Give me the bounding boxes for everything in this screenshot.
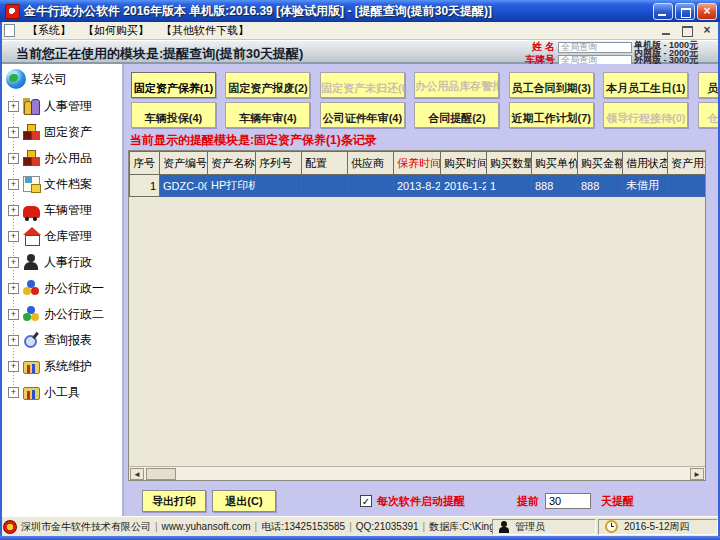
- cell-purchase-date: 2016-1-23: [441, 175, 487, 197]
- current-module-text: 当前您正在使用的模块是:提醒查询(提前30天提醒): [16, 45, 303, 63]
- website: www.yuhansoft.com: [162, 521, 251, 532]
- sidebar-item-label: 查询报表: [44, 332, 92, 349]
- reminder-company-cert-review-button[interactable]: 公司证件年审(4): [320, 102, 405, 128]
- sidebar-item-label: 办公行政二: [44, 306, 104, 323]
- reminder-contract-reminder-button[interactable]: 合同提醒(2): [414, 102, 499, 128]
- menu-how-to-buy[interactable]: 【如何购买】: [77, 22, 155, 39]
- reminder-vehicle-insurance-button[interactable]: 车辆投保(4): [131, 102, 216, 128]
- close-button[interactable]: ×: [697, 3, 717, 20]
- expand-icon[interactable]: +: [8, 179, 19, 190]
- name-search-input[interactable]: [558, 42, 632, 53]
- cell-config: [302, 175, 348, 197]
- col-unit-price[interactable]: 购买单价: [532, 152, 578, 175]
- expand-icon[interactable]: +: [8, 387, 19, 398]
- scroll-right-icon[interactable]: ►: [690, 468, 704, 480]
- col-supplier[interactable]: 供应商: [348, 152, 394, 175]
- mdi-minimize-button[interactable]: [660, 24, 674, 37]
- col-asset-no[interactable]: 资产编号: [160, 152, 208, 175]
- qq-number: QQ:21035391: [356, 521, 419, 532]
- sidebar-item-label: 办公用品: [44, 150, 92, 167]
- name-search-label: 姓 名: [517, 40, 555, 54]
- sidebar-item-hr[interactable]: + 人事管理: [8, 93, 122, 119]
- sidebar-item-small-tools[interactable]: + 小工具: [8, 379, 122, 405]
- advance-days-input[interactable]: [545, 493, 591, 509]
- menu-bar: 【系统】 【如何购买】 【其他软件下载】 ×: [0, 22, 720, 40]
- col-asset-usage[interactable]: 资产用途: [668, 152, 706, 175]
- globe-icon: [6, 69, 26, 89]
- status-bar: 深圳市金牛软件技术有限公司 | www.yuhansoft.com | 电话:1…: [0, 516, 720, 536]
- export-print-button[interactable]: 导出打印: [142, 490, 206, 512]
- col-purchase-date[interactable]: 购买时间: [441, 152, 487, 175]
- people-icon: [23, 98, 40, 114]
- reminder-birthday-button[interactable]: 本月员工生日(1): [603, 72, 688, 98]
- sidebar-item-office-admin-2[interactable]: + 办公行政二: [8, 301, 122, 327]
- document-icon: [23, 176, 40, 192]
- table-row[interactable]: 1 GDZC-00276 HP打印机 2013-8-2 2016-1-23 1 …: [130, 175, 706, 197]
- expand-icon[interactable]: +: [8, 361, 19, 372]
- current-date: 2016-5-12周四: [624, 520, 690, 534]
- minimize-button[interactable]: [653, 3, 673, 20]
- sidebar-item-label: 小工具: [44, 384, 80, 401]
- cubes-icon: [23, 124, 40, 140]
- phone: 电话:13425153585: [261, 520, 345, 534]
- reminder-supplies-stock-alert-button[interactable]: 办公用品库存警报(0): [414, 72, 499, 98]
- reminder-asset-scrap-button[interactable]: 固定资产报废(2): [225, 72, 310, 98]
- scroll-left-icon[interactable]: ◄: [130, 468, 144, 480]
- startup-reminder-label: 每次软件启动提醒: [377, 494, 465, 509]
- sidebar-item-reports[interactable]: + 查询报表: [8, 327, 122, 353]
- exit-button[interactable]: 退出(C): [212, 490, 276, 512]
- expand-icon[interactable]: +: [8, 335, 19, 346]
- reminder-asset-not-returned-button[interactable]: 固定资产未归还(0): [320, 72, 405, 98]
- expand-icon[interactable]: +: [8, 231, 19, 242]
- sidebar-item-hr-admin[interactable]: + 人事行政: [8, 249, 122, 275]
- sidebar-item-documents[interactable]: + 文件档案: [8, 171, 122, 197]
- sidebar-item-office-admin-1[interactable]: + 办公行政一: [8, 275, 122, 301]
- reminder-contract-expiry-button[interactable]: 员工合同到期(3): [509, 72, 594, 98]
- col-borrow-status[interactable]: 借用状态: [623, 152, 668, 175]
- expand-icon[interactable]: +: [8, 257, 19, 268]
- reminder-button-row-2: 车辆投保(4) 车辆年审(4) 公司证件年审(4) 合同提醒(2) 近期工作计划…: [126, 102, 720, 129]
- expand-icon[interactable]: +: [8, 283, 19, 294]
- days-reminder-label: 天提醒: [601, 494, 634, 509]
- window-title: 金牛行政办公软件 2016年版本 单机版:2016.39 [体验试用版] - […: [24, 3, 653, 20]
- reminder-warehouse-stock-alert-button[interactable]: 仓库库存警报: [698, 102, 720, 128]
- col-seq[interactable]: 序号: [130, 152, 160, 175]
- sidebar-item-label: 系统维护: [44, 358, 92, 375]
- col-config[interactable]: 配置: [302, 152, 348, 175]
- reminder-vehicle-inspection-button[interactable]: 车辆年审(4): [225, 102, 310, 128]
- reminder-work-plan-button[interactable]: 近期工作计划(7): [509, 102, 594, 128]
- sidebar-item-system-maintenance[interactable]: + 系统维护: [8, 353, 122, 379]
- col-amount[interactable]: 购买金额: [578, 152, 623, 175]
- expand-icon[interactable]: +: [8, 127, 19, 138]
- restore-button[interactable]: [675, 3, 695, 20]
- sidebar-item-fixed-assets[interactable]: + 固定资产: [8, 119, 122, 145]
- col-serial[interactable]: 序列号: [256, 152, 302, 175]
- sidebar-item-label: 人事行政: [44, 254, 92, 271]
- expand-icon[interactable]: +: [8, 205, 19, 216]
- expand-icon[interactable]: +: [8, 101, 19, 112]
- horizontal-scrollbar[interactable]: ◄ ►: [129, 466, 705, 480]
- cell-supplier: [348, 175, 394, 197]
- sidebar-item-office-supplies[interactable]: + 办公用品: [8, 145, 122, 171]
- reminder-employee-cert-expiry-button[interactable]: 员工证件到期: [698, 72, 720, 98]
- mdi-close-button[interactable]: ×: [700, 24, 714, 37]
- col-asset-name[interactable]: 资产名称: [208, 152, 256, 175]
- sidebar-item-label: 固定资产: [44, 124, 92, 141]
- scrollbar-thumb[interactable]: [146, 468, 176, 480]
- sidebar-item-warehouse[interactable]: + 仓库管理: [8, 223, 122, 249]
- table-caption: 当前显示的提醒模块是:固定资产保养(1)条记录: [130, 132, 377, 149]
- col-maintain-date[interactable]: 保养时间: [394, 152, 441, 175]
- menu-system[interactable]: 【系统】: [21, 22, 77, 39]
- menu-other-downloads[interactable]: 【其他软件下载】: [155, 22, 255, 39]
- reminder-asset-maintenance-button[interactable]: 固定资产保养(1): [131, 72, 216, 98]
- expand-icon[interactable]: +: [8, 153, 19, 164]
- startup-reminder-checkbox[interactable]: ✓: [360, 495, 372, 507]
- mdi-restore-button[interactable]: [680, 24, 694, 37]
- database-path: 数据库:C:\Kingox\officestar\: [429, 520, 492, 534]
- col-qty[interactable]: 购买数量: [487, 152, 532, 175]
- expand-icon[interactable]: +: [8, 309, 19, 320]
- sidebar-item-label: 车辆管理: [44, 202, 92, 219]
- tree-root-company[interactable]: 某公司: [6, 69, 122, 89]
- sidebar-item-vehicles[interactable]: + 车辆管理: [8, 197, 122, 223]
- reminder-leader-schedule-button[interactable]: 领导行程接待(0): [603, 102, 688, 128]
